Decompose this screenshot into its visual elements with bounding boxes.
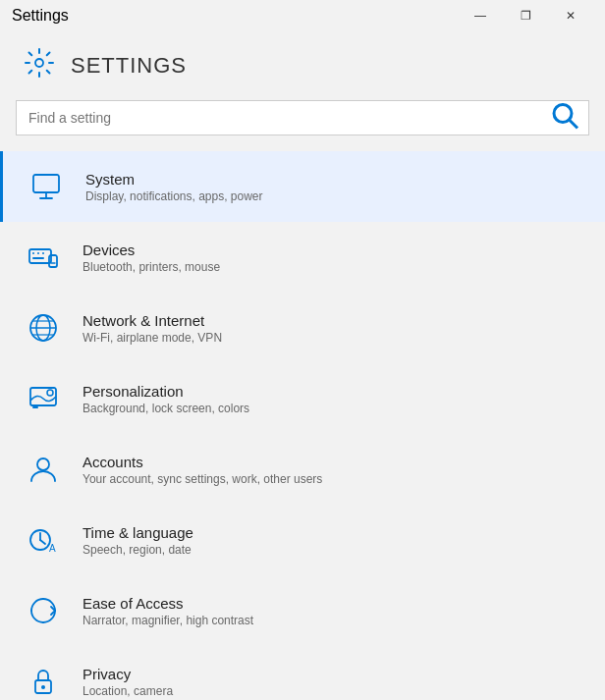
title-bar: Settings — ❐ ✕ <box>0 0 605 31</box>
privacy-title: Privacy <box>82 666 173 682</box>
svg-point-19 <box>47 390 53 396</box>
privacy-text: Privacy Location, camera <box>82 666 173 698</box>
title-bar-title: Settings <box>12 7 69 25</box>
title-bar-controls: — ❐ ✕ <box>458 0 593 31</box>
settings-item-devices[interactable]: Devices Bluetooth, printers, mouse <box>0 222 605 293</box>
system-text: System Display, notifications, apps, pow… <box>85 171 263 203</box>
time-icon: A <box>24 520 63 560</box>
svg-rect-3 <box>33 175 59 192</box>
accounts-desc: Your account, sync settings, work, other… <box>82 472 322 486</box>
personalization-icon <box>24 379 63 418</box>
ease-desc: Narrator, magnifier, high contrast <box>82 614 253 627</box>
svg-point-0 <box>35 59 43 67</box>
network-title: Network & Internet <box>82 312 222 329</box>
time-title: Time & language <box>82 524 193 541</box>
settings-list: System Display, notifications, apps, pow… <box>0 151 605 700</box>
svg-point-20 <box>37 458 49 470</box>
settings-item-ease[interactable]: Ease of Access Narrator, magnifier, high… <box>0 575 605 646</box>
network-desc: Wi-Fi, airplane mode, VPN <box>82 331 222 345</box>
svg-line-2 <box>570 121 578 129</box>
network-text: Network & Internet Wi-Fi, airplane mode,… <box>82 312 222 345</box>
settings-item-personalization[interactable]: Personalization Background, lock screen,… <box>0 363 605 434</box>
title-bar-left: Settings <box>12 7 69 25</box>
devices-desc: Bluetooth, printers, mouse <box>82 260 220 274</box>
settings-item-time[interactable]: A Time & language Speech, region, date <box>0 505 605 575</box>
settings-item-privacy[interactable]: Privacy Location, camera <box>0 646 605 700</box>
ease-title: Ease of Access <box>82 595 253 612</box>
svg-point-1 <box>554 105 572 123</box>
header-title: SETTINGS <box>71 53 187 79</box>
privacy-desc: Location, camera <box>82 684 173 698</box>
close-button[interactable]: ✕ <box>548 0 593 31</box>
settings-item-network[interactable]: Network & Internet Wi-Fi, airplane mode,… <box>0 293 605 363</box>
search-icon <box>550 101 581 135</box>
minimize-button[interactable]: — <box>458 0 503 31</box>
accounts-icon <box>24 450 63 489</box>
devices-title: Devices <box>82 242 220 258</box>
settings-item-system[interactable]: System Display, notifications, apps, pow… <box>0 151 605 222</box>
ease-icon <box>24 591 63 630</box>
devices-text: Devices Bluetooth, printers, mouse <box>82 242 220 274</box>
ease-text: Ease of Access Narrator, magnifier, high… <box>82 595 253 627</box>
personalization-desc: Background, lock screen, colors <box>82 402 249 415</box>
devices-icon <box>24 238 63 277</box>
personalization-title: Personalization <box>82 383 249 400</box>
network-icon <box>24 308 63 348</box>
system-title: System <box>85 171 263 188</box>
system-icon <box>27 167 66 206</box>
svg-point-26 <box>41 685 45 689</box>
privacy-icon <box>24 662 63 700</box>
header: SETTINGS <box>0 31 605 100</box>
settings-item-accounts[interactable]: Accounts Your account, sync settings, wo… <box>0 434 605 505</box>
maximize-button[interactable]: ❐ <box>503 0 548 31</box>
accounts-title: Accounts <box>82 454 322 470</box>
time-text: Time & language Speech, region, date <box>82 524 193 557</box>
svg-text:A: A <box>49 543 56 554</box>
svg-line-23 <box>40 540 45 544</box>
accounts-text: Accounts Your account, sync settings, wo… <box>82 454 322 486</box>
search-bar <box>16 100 589 135</box>
personalization-text: Personalization Background, lock screen,… <box>82 383 249 415</box>
search-input[interactable] <box>16 100 589 135</box>
settings-gear-icon <box>24 47 55 84</box>
svg-rect-6 <box>29 249 51 263</box>
settings-window: Settings — ❐ ✕ SETTINGS <box>0 0 605 700</box>
system-desc: Display, notifications, apps, power <box>85 189 263 203</box>
time-desc: Speech, region, date <box>82 543 193 557</box>
